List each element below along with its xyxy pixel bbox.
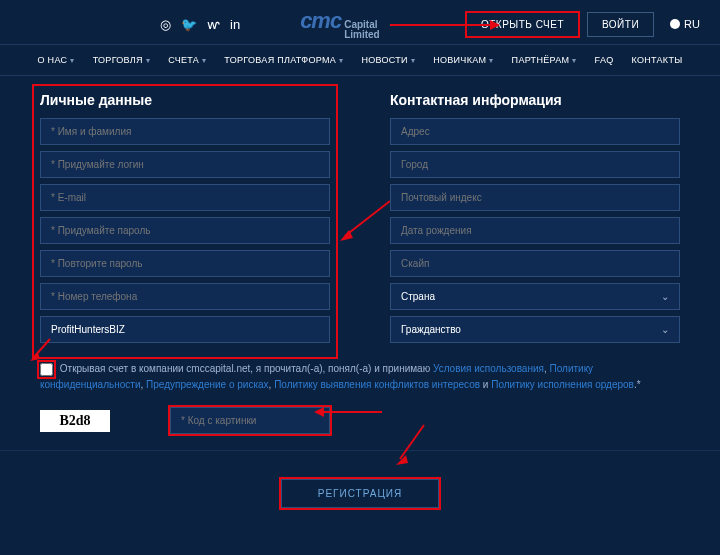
citizenship-select[interactable]: Гражданство⌄ <box>390 316 680 343</box>
personal-title: Личные данные <box>40 92 330 108</box>
personal-data-section: Личные данные <box>40 92 330 351</box>
nav-contacts[interactable]: КОНТАКТЫ <box>632 55 683 65</box>
nav-accounts[interactable]: СЧЕТА▾ <box>168 55 206 65</box>
svg-marker-1 <box>490 20 500 30</box>
chevron-down-icon: ⌄ <box>661 324 669 335</box>
chevron-down-icon: ▾ <box>339 56 343 65</box>
referral-field[interactable] <box>40 316 330 343</box>
citizenship-label: Гражданство <box>401 324 461 335</box>
chevron-down-icon: ▾ <box>411 56 415 65</box>
link-terms-of-use[interactable]: Условия использования <box>433 363 544 374</box>
city-field[interactable] <box>390 151 680 178</box>
annotation-arrow <box>335 196 395 246</box>
linkedin-icon[interactable]: in <box>230 17 240 32</box>
nav-partners[interactable]: ПАРТНЁРАМ▾ <box>512 55 577 65</box>
chevron-down-icon: ⌄ <box>661 291 669 302</box>
vk-icon[interactable]: ⱳ <box>207 17 220 32</box>
phone-field[interactable] <box>40 283 330 310</box>
nav-trading[interactable]: ТОРГОВЛЯ▾ <box>93 55 151 65</box>
main-nav: О НАС▾ ТОРГОВЛЯ▾ СЧЕТА▾ ТОРГОВАЯ ПЛАТФОР… <box>0 44 720 76</box>
country-select[interactable]: Страна⌄ <box>390 283 680 310</box>
logo[interactable]: cmc CapitalLimited <box>300 8 380 40</box>
globe-icon <box>670 19 680 29</box>
captcha-image: B2d8 <box>40 410 110 432</box>
contact-title: Контактная информация <box>390 92 680 108</box>
chevron-down-icon: ▾ <box>146 56 150 65</box>
terms-block: Открывая счет в компании cmccapital.net,… <box>0 355 720 399</box>
twitter-icon[interactable]: 🐦 <box>181 17 197 32</box>
nav-newbies[interactable]: НОВИЧКАМ▾ <box>433 55 493 65</box>
captcha-input[interactable] <box>170 407 330 434</box>
register-button[interactable]: РЕГИСТРАЦИЯ <box>281 479 439 508</box>
chevron-down-icon: ▾ <box>70 56 74 65</box>
login-field[interactable] <box>40 151 330 178</box>
chevron-down-icon: ▾ <box>202 56 206 65</box>
login-button[interactable]: ВОЙТИ <box>587 12 654 37</box>
password-field[interactable] <box>40 217 330 244</box>
svg-marker-3 <box>30 353 40 361</box>
zip-field[interactable] <box>390 184 680 211</box>
logo-sub: CapitalLimited <box>344 20 380 40</box>
email-field[interactable] <box>40 184 330 211</box>
terms-text: Открывая счет в компании cmccapital.net,… <box>60 363 433 374</box>
nav-news[interactable]: НОВОСТИ▾ <box>361 55 415 65</box>
address-field[interactable] <box>390 118 680 145</box>
nav-faq[interactable]: FAQ <box>595 55 614 65</box>
chevron-down-icon: ▾ <box>489 56 493 65</box>
instagram-icon[interactable]: ◎ <box>160 17 171 32</box>
password-confirm-field[interactable] <box>40 250 330 277</box>
svg-marker-2 <box>340 230 353 241</box>
link-risk[interactable]: Предупреждение о рисках <box>146 379 269 390</box>
link-execution[interactable]: Политику исполнения ордеров <box>491 379 634 390</box>
svg-marker-6 <box>396 455 408 465</box>
country-label: Страна <box>401 291 435 302</box>
language-selector[interactable]: RU <box>670 18 700 30</box>
nav-platform[interactable]: ТОРГОВАЯ ПЛАТФОРМА▾ <box>224 55 343 65</box>
logo-main: cmc <box>300 8 341 34</box>
annotation-arrow <box>390 18 500 35</box>
terms-checkbox[interactable] <box>40 363 53 376</box>
nav-about[interactable]: О НАС▾ <box>38 55 75 65</box>
dob-field[interactable] <box>390 217 680 244</box>
name-field[interactable] <box>40 118 330 145</box>
chevron-down-icon: ▾ <box>572 56 576 65</box>
skype-field[interactable] <box>390 250 680 277</box>
language-label: RU <box>684 18 700 30</box>
link-conflict[interactable]: Политику выявления конфликтов интересов <box>274 379 480 390</box>
contact-info-section: Контактная информация Страна⌄ Гражданств… <box>390 92 680 351</box>
